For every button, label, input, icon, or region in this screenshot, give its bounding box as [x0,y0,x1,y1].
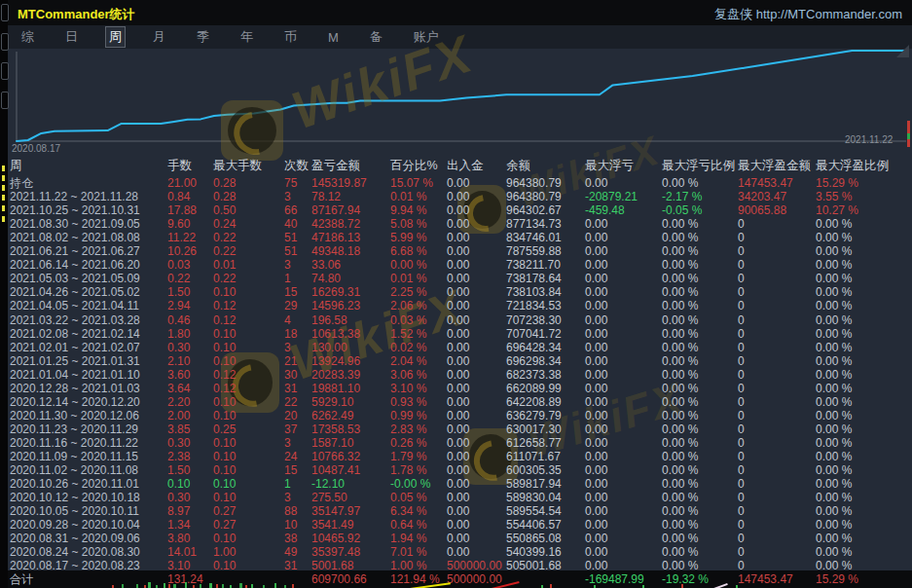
cell-max_float_profit: 0 [738,327,745,341]
menu-item-季[interactable]: 季 [193,26,213,48]
cell-pct: 1.94 % [390,532,426,545]
column-header-max_float_loss_pct[interactable]: 最大浮亏比例 [662,159,735,172]
table-row[interactable]: 2021.06.14 ~ 2021.06.200.030.01333.060.0… [0,258,912,272]
cell-max_float_loss_pct: -0.05 % [662,203,702,217]
cell-deposit: 0.00 [447,491,469,504]
table-row[interactable]: 持仓21.000.2875145319.8715.07 %0.00964380.… [0,176,912,190]
table-row[interactable]: 2021.10.25 ~ 2021.10.3117.880.506687167.… [0,203,912,217]
column-header-week[interactable]: 周 [10,159,22,172]
cell-max_float_profit_pct: 0.00 % [816,217,852,231]
column-header-max_float_loss[interactable]: 最大浮亏 [585,159,634,172]
menu-item-年[interactable]: 年 [237,26,257,48]
menu-item-周[interactable]: 周 [105,26,126,48]
cell-max_lots: 0.10 [213,354,236,368]
table-row[interactable]: 2020.10.12 ~ 2020.10.180.300.103275.500.… [0,491,912,504]
cell-balance: 662089.99 [506,382,562,395]
column-header-lots[interactable]: 手数 [167,159,192,172]
column-header-balance[interactable]: 余额 [506,159,530,172]
cell-max_float_profit: 0 [738,299,745,312]
cell-count: 15 [284,285,297,299]
column-header-deposit[interactable]: 出入金 [447,159,484,172]
cell-pct: 0.00 % [390,258,426,272]
column-header-max_lots[interactable]: 最大手数 [213,159,262,172]
cell-week: 2021.08.30 ~ 2021.09.05 [10,217,140,231]
table-row[interactable]: 2020.11.30 ~ 2020.12.062.000.10206262.49… [0,409,912,423]
cell-balance: 707041.72 [506,327,562,341]
cell-max_float_loss_pct: -2.17 % [662,190,702,203]
cell-week: 2021.03.22 ~ 2021.03.28 [10,313,140,327]
cell-week: 2021.10.25 ~ 2021.10.31 [10,203,140,217]
table-row[interactable]: 2020.08.31 ~ 2020.09.063.800.103810465.9… [0,532,912,545]
menu-item-M[interactable]: M [324,28,343,47]
table-row[interactable]: 2020.10.26 ~ 2020.11.010.100.101-12.10-0… [0,477,912,491]
table-row[interactable]: 2021.02.01 ~ 2021.02.070.300.103130.000.… [0,341,912,354]
cell-max_float_profit_pct: 0.00 % [816,285,852,299]
cell-deposit: 0.00 [447,176,469,190]
cell-max_float_loss_pct: 0.00 % [662,341,698,354]
cell-week: 2021.06.21 ~ 2021.06.27 [10,244,140,258]
table-row[interactable]: 2021.02.08 ~ 2021.02.141.800.101810613.3… [0,327,912,341]
table-row[interactable]: 2021.03.22 ~ 2021.03.280.460.124196.580.… [0,313,912,327]
cell-pl_amount: 609700.66 [311,572,367,586]
cell-max_float_loss_pct: 0.00 % [662,545,698,559]
table-row[interactable]: 2020.09.28 ~ 2020.10.041.340.27103541.49… [0,518,912,532]
table-row[interactable]: 2021.11.22 ~ 2021.11.280.840.28378.120.0… [0,190,912,203]
cell-week: 2020.10.05 ~ 2020.10.11 [10,504,139,518]
cell-max_float_profit: 0 [738,231,745,244]
table-row[interactable]: 2021.06.21 ~ 2021.06.2710.260.225149348.… [0,244,912,258]
cell-pl_amount: 33.06 [311,258,341,272]
column-header-pct[interactable]: 百分比% [390,159,438,172]
menu-item-账户[interactable]: 账户 [410,26,443,48]
table-row[interactable]: 2020.11.09 ~ 2020.11.152.380.102410766.3… [0,450,912,463]
cell-lots: 1.50 [167,463,190,477]
cell-count: 18 [284,327,297,341]
cell-max_float_profit_pct: 0.00 % [816,341,852,354]
table-row[interactable]: 2021.01.25 ~ 2021.01.312.100.102113924.9… [0,354,912,368]
cell-week: 2021.04.05 ~ 2021.04.11 [10,299,139,312]
cell-deposit: 0.00 [447,382,469,395]
cell-balance: 682373.38 [506,368,562,382]
cell-lots: 21.00 [167,176,197,190]
cell-count: 40 [284,217,297,231]
menu-item-备[interactable]: 备 [366,26,386,48]
cell-week: 2021.05.03 ~ 2021.05.09 [10,272,140,285]
table-row[interactable]: 2021.04.05 ~ 2021.04.112.940.122914596.2… [0,299,912,312]
table-header-row: 周手数最大手数次数盈亏金额百分比%出入金余额最大浮亏最大浮亏比例最大浮盈金额最大… [0,159,912,172]
menu-item-日[interactable]: 日 [61,26,82,48]
total-row[interactable]: 合计131.24609700.66121.94 %500000.00-16948… [0,570,912,588]
cell-deposit: 500000.00 [447,572,502,586]
table-row[interactable]: 2020.11.02 ~ 2020.11.081.500.101510487.4… [0,463,912,477]
cell-pl_amount: 49348.18 [311,244,360,258]
cell-max_lots: 0.10 [213,463,236,477]
table-row[interactable]: 2020.10.05 ~ 2020.10.118.970.278835147.9… [0,504,912,518]
cell-balance: 612658.77 [506,436,562,450]
menu-item-币[interactable]: 币 [280,26,301,48]
cell-balance: 787559.88 [506,244,562,258]
column-header-pl_amount[interactable]: 盈亏金额 [311,159,360,172]
table-row[interactable]: 2020.12.14 ~ 2020.12.202.200.10225929.10… [0,395,912,409]
cell-week: 2020.11.23 ~ 2020.11.29 [10,423,138,436]
table-row[interactable]: 2021.08.02 ~ 2021.08.0811.220.225147186.… [0,231,912,244]
column-header-max_float_profit[interactable]: 最大浮盈金额 [738,159,811,172]
column-header-max_float_profit_pct[interactable]: 最大浮盈比例 [816,159,889,172]
table-row[interactable]: 2021.08.30 ~ 2021.09.059.600.244042388.7… [0,217,912,231]
table-row[interactable]: 2021.05.03 ~ 2021.05.090.220.22174.800.0… [0,272,912,285]
column-header-count[interactable]: 次数 [284,159,309,172]
table-row[interactable]: 2020.12.28 ~ 2021.01.033.640.123119881.1… [0,382,912,395]
cell-pl_amount: 42388.72 [311,217,360,231]
table-row[interactable]: 2020.08.24 ~ 2020.08.3014.011.004935397.… [0,545,912,559]
cell-balance: 554406.57 [506,518,562,532]
cell-max_float_loss: 0.00 [585,272,607,285]
cell-lots: 3.60 [167,368,190,382]
brand-link[interactable]: 复盘侠 http://MTCommander.com [714,6,902,23]
menu-item-月[interactable]: 月 [149,26,169,48]
table-row[interactable]: 2020.11.23 ~ 2020.11.293.850.253717358.5… [0,423,912,436]
table-row[interactable]: 2021.01.04 ~ 2021.01.103.600.123020283.3… [0,368,912,382]
cell-lots: 2.38 [167,450,190,463]
title-bar: MTCommander统计 复盘侠 http://MTCommander.com [8,0,912,25]
cell-max_float_loss_pct: 0.00 % [662,244,698,258]
table-row[interactable]: 2021.04.26 ~ 2021.05.021.500.101516269.3… [0,285,912,299]
cell-lots: 10.26 [167,244,197,258]
table-row[interactable]: 2020.11.16 ~ 2020.11.220.300.1031587.100… [0,436,912,450]
menu-item-综[interactable]: 综 [18,26,38,48]
